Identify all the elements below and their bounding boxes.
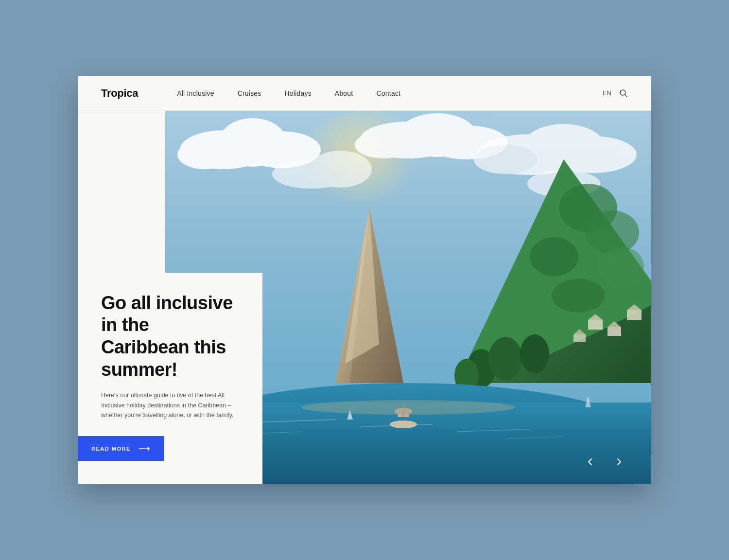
svg-rect-32	[608, 327, 621, 336]
language-selector[interactable]: EN	[603, 89, 611, 97]
svg-line-1	[625, 94, 627, 97]
svg-point-26	[586, 210, 639, 254]
svg-point-39	[488, 337, 522, 381]
arrow-right-icon: ⟶	[139, 444, 151, 453]
nav-all-inclusive[interactable]: All Inclusive	[177, 89, 214, 97]
svg-point-17	[309, 151, 372, 188]
svg-point-40	[520, 334, 549, 373]
hero-subtitle: Here's our ultimate guide to five of the…	[101, 390, 237, 420]
svg-point-49	[390, 420, 417, 428]
nav-about[interactable]: About	[335, 89, 353, 97]
main-content: Go all inclusive in the Caribbean this s…	[78, 111, 651, 484]
nav-holidays[interactable]: Holidays	[285, 89, 312, 97]
browser-window: Tropica All Inclusive Cruises Holidays A…	[78, 76, 651, 484]
prev-button[interactable]	[581, 453, 599, 471]
svg-point-7	[177, 140, 231, 169]
nav-contact[interactable]: Contact	[376, 89, 400, 97]
header-right: EN	[603, 89, 628, 98]
svg-point-57	[301, 400, 515, 415]
main-nav: All Inclusive Cruises Holidays About Con…	[177, 89, 603, 97]
next-button[interactable]	[610, 453, 628, 471]
carousel-nav	[581, 453, 628, 471]
svg-rect-30	[588, 320, 603, 330]
content-panel: Go all inclusive in the Caribbean this s…	[78, 273, 262, 484]
svg-rect-36	[627, 310, 642, 320]
top-left-panel	[78, 111, 165, 247]
nav-cruises[interactable]: Cruises	[238, 89, 261, 97]
header: Tropica All Inclusive Cruises Holidays A…	[78, 76, 651, 111]
svg-point-15	[474, 145, 537, 174]
next-icon	[614, 457, 624, 467]
logo[interactable]: Tropica	[101, 87, 138, 100]
prev-icon	[585, 457, 595, 467]
svg-point-27	[530, 237, 578, 276]
hero-title: Go all inclusive in the Caribbean this s…	[101, 292, 239, 381]
svg-rect-34	[573, 334, 586, 342]
search-icon	[619, 89, 628, 98]
svg-point-11	[355, 131, 413, 158]
search-button[interactable]	[619, 89, 628, 98]
svg-point-29	[552, 279, 605, 313]
read-more-button[interactable]: READ MORE ⟶	[78, 436, 164, 461]
svg-point-28	[600, 247, 644, 286]
read-more-label: READ MORE	[91, 446, 131, 452]
